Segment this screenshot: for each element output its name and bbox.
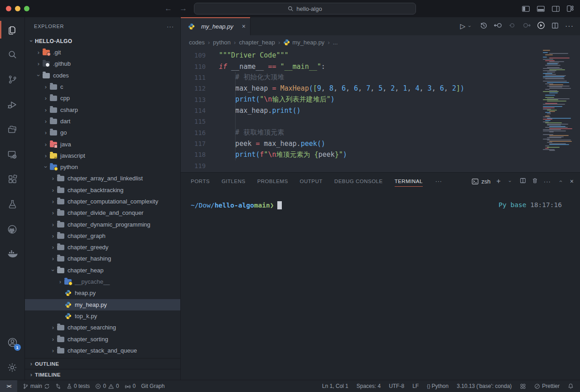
tree-item-chapter-backtracking[interactable]: ›chapter_backtracking [25,184,180,196]
code-line-115[interactable]: 115 [181,116,580,127]
code-line-119[interactable]: 119 [181,160,580,171]
extension-blocks-status[interactable] [517,380,529,392]
search-view-icon[interactable] [0,42,25,67]
panel-tab-problems[interactable]: PROBLEMS [257,173,288,190]
tree-item-javascript[interactable]: ›javascript [25,150,180,161]
github-icon[interactable] [0,217,25,242]
tree-item-chapter-heap[interactable]: ›chapter_heap [25,265,180,276]
close-window-button[interactable] [6,6,11,11]
tree-item-c[interactable]: ›c [25,81,180,92]
terminal-dropdown-icon[interactable]: › [508,178,513,185]
indentation-status[interactable]: Spaces: 4 [354,380,383,392]
gitlens-compare-status[interactable] [53,380,64,392]
terminal[interactable]: ~/Dow/hello-algo main ❯ Py base 18:17:16 [181,190,580,380]
breadcrumb-item-python[interactable]: python [213,39,231,46]
tree-item-chapter-dynamic-programming[interactable]: ›chapter_dynamic_programming [25,218,180,230]
tree-item--git[interactable]: ›.git [25,47,180,58]
tree-item-chapter-greedy[interactable]: ›chapter_greedy [25,242,180,253]
problems-status[interactable]: 0 0 [92,380,121,392]
remote-explorer-icon[interactable] [0,142,25,167]
split-editor-icon[interactable] [551,22,559,31]
editor-more-actions-icon[interactable]: ··· [565,22,574,30]
tree-item-top-k-py[interactable]: ›top_k.py [25,310,180,322]
maximize-panel-icon[interactable]: › [557,178,564,185]
tree-item-python[interactable]: ›python [25,161,180,173]
minimize-window-button[interactable] [15,6,20,11]
tab-my-heap-py[interactable]: my_heap.py × [181,17,251,35]
kill-terminal-icon[interactable] [532,178,538,185]
source-control-icon[interactable] [0,67,25,92]
breadcrumb-item-codes[interactable]: codes [189,39,205,46]
remote-indicator[interactable]: >< [0,380,17,392]
tree-item-chapter-array-and-linkedlist[interactable]: ›chapter_array_and_linkedlist [25,173,180,184]
open-changes-icon[interactable] [494,22,502,31]
eol-status[interactable]: LF [410,380,421,392]
panel-more-tabs-icon[interactable]: ··· [435,178,442,184]
prettier-status[interactable]: Prettier [532,380,562,392]
tree-item-dart[interactable]: ›dart [25,116,180,127]
code-line-116[interactable]: 116 # 获取堆顶元素 [181,127,580,138]
run-in-dedicated-terminal-icon[interactable] [537,21,545,31]
language-mode-status[interactable]: { } Python [424,380,451,392]
tree-item-chapter-graph[interactable]: ›chapter_graph [25,230,180,242]
panel-tab-output[interactable]: OUTPUT [300,173,323,190]
new-terminal-button[interactable]: + [496,177,500,185]
tree-item-chapter-searching[interactable]: ›chapter_searching [25,322,180,333]
breadcrumb-item--[interactable]: ... [333,39,338,46]
run-debug-icon[interactable] [0,92,25,117]
explorer-icon[interactable] [0,17,25,42]
toggle-secondary-sidebar-icon[interactable] [552,6,560,12]
tab-close-icon[interactable]: × [242,23,246,30]
python-interpreter-status[interactable]: 3.10.13 ('base': conda) [454,380,514,392]
split-terminal-icon[interactable] [520,178,526,185]
minimap[interactable] [543,49,573,152]
tree-item-chapter-hashing[interactable]: ›chapter_hashing [25,253,180,264]
navigate-back-icon[interactable]: ← [164,4,172,13]
code-line-113[interactable]: 113 print("\n输入列表并建堆后") [181,94,580,105]
close-panel-icon[interactable]: × [570,178,574,185]
notifications-bell[interactable] [565,380,576,392]
tree-item-java[interactable]: ›java [25,138,180,150]
tree-item-chapter-sorting[interactable]: ›chapter_sorting [25,333,180,344]
folders-view-icon[interactable] [0,117,25,142]
git-branch-status[interactable]: main [20,380,53,392]
testing-icon[interactable] [0,192,25,217]
panel-tab-debug-console[interactable]: DEBUG CONSOLE [334,173,383,190]
code-line-111[interactable]: 111 # 初始化大顶堆 [181,72,580,83]
extensions-icon[interactable] [0,167,25,192]
command-center-search[interactable]: hello-algo [194,3,416,15]
docker-icon[interactable] [0,242,25,266]
settings-gear-icon[interactable] [0,355,25,380]
toggle-panel-icon[interactable] [537,6,545,12]
tree-item-codes[interactable]: ›codes [25,70,180,81]
tree-item-csharp[interactable]: ›csharp [25,104,180,115]
zoom-window-button[interactable] [24,6,29,11]
accounts-icon[interactable]: 1 [0,330,25,355]
breadcrumb-item-chapter-heap[interactable]: chapter_heap [239,39,275,46]
tree-item-chapter-computational-complexity[interactable]: ›chapter_computational_complexity [25,196,180,207]
git-graph-button[interactable]: Git Graph [138,380,167,392]
tree-item-chapter-divide-and-conquer[interactable]: ›chapter_divide_and_conquer [25,207,180,218]
tests-status[interactable]: 0 tests [64,380,92,392]
breadcrumb-item-my-heap-py[interactable]: my_heap.py [283,39,324,46]
cursor-position-status[interactable]: Ln 1, Col 1 [319,380,351,392]
sidebar-section-outline[interactable]: ›OUTLINE [25,358,180,369]
tree-item-my-heap-py[interactable]: ›my_heap.py [25,299,180,310]
shell-selector[interactable]: zsh [472,178,490,185]
code-editor[interactable]: 109"""Driver Code"""110if __name__ == "_… [181,49,580,172]
code-line-112[interactable]: 112 max_heap = MaxHeap([9, 8, 6, 6, 7, 5… [181,83,580,94]
timeline-history-icon[interactable] [480,22,488,31]
panel-tab-ports[interactable]: PORTS [191,173,210,190]
explorer-more-actions-icon[interactable]: ··· [167,23,174,30]
sidebar-section-timeline[interactable]: ›TIMELINE [25,369,180,380]
tree-item--pycache-[interactable]: ›__pycache__ [25,276,180,287]
code-line-118[interactable]: 118 print(f"\n堆顶元素为 {peek}") [181,149,580,160]
tree-item-chapter-stack-and-queue[interactable]: ›chapter_stack_and_queue [25,345,180,356]
panel-tab-terminal[interactable]: TERMINAL [395,173,423,190]
ports-status[interactable]: 0 [122,380,139,392]
tree-item--github[interactable]: ›.github [25,58,180,69]
code-line-117[interactable]: 117 peek = max_heap.peek() [181,138,580,149]
run-python-file-button[interactable]: ▷ › [460,22,474,30]
code-line-110[interactable]: 110if __name__ == "__main__": [181,61,580,72]
tree-item-heap-py[interactable]: ›heap.py [25,287,180,299]
